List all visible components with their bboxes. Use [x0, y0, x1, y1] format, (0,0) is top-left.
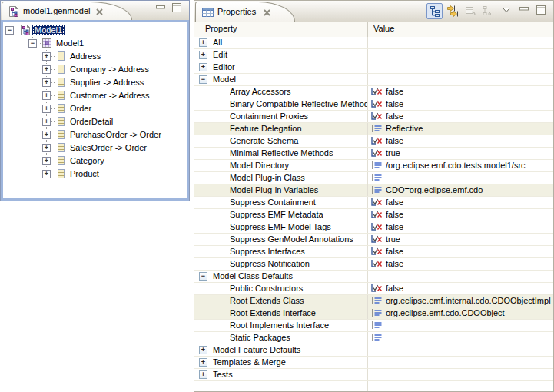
property-row[interactable]: Root Extends Interfaceorg.eclipse.emf.cd…: [194, 307, 553, 320]
expander-icon[interactable]: −: [199, 272, 207, 281]
property-value-cell[interactable]: [367, 271, 553, 282]
editor-tab-model1-genmodel[interactable]: model1.genmodel: [2, 2, 132, 20]
property-row[interactable]: Binary Compatible Reflective Methodsfals…: [194, 98, 553, 111]
property-value-cell[interactable]: false: [367, 135, 553, 147]
property-value-cell[interactable]: [367, 332, 553, 344]
property-category-row[interactable]: +Editor: [194, 61, 553, 74]
property-value-cell[interactable]: org.eclipse.emf.cdo.CDOObject: [367, 307, 553, 319]
show-categories-button[interactable]: [426, 3, 443, 19]
property-row[interactable]: Suppress EMF Metadatafalse: [194, 209, 553, 221]
column-divider[interactable]: [367, 22, 368, 37]
expander-icon[interactable]: +: [42, 65, 51, 74]
property-value-cell[interactable]: Reflective: [367, 123, 553, 135]
property-value-cell[interactable]: [367, 172, 553, 184]
show-advanced-properties-button[interactable]: [444, 3, 460, 19]
close-icon[interactable]: [95, 8, 104, 16]
property-row[interactable]: Public Constructorsfalse: [194, 283, 553, 295]
expander-icon[interactable]: +: [199, 51, 207, 59]
property-value-cell[interactable]: true: [367, 148, 553, 159]
property-category-row[interactable]: +Tests: [194, 369, 553, 381]
expander-icon[interactable]: +: [42, 52, 51, 61]
tree-item[interactable]: +Company -> Address: [3, 63, 187, 76]
property-value-cell[interactable]: [367, 357, 553, 368]
property-row[interactable]: Root Implements Interface: [194, 320, 553, 332]
property-category-row[interactable]: +Model Feature Defaults: [194, 344, 553, 357]
property-row[interactable]: Suppress GenModel Annotationstrue: [194, 234, 553, 246]
expander-icon[interactable]: +: [199, 38, 207, 47]
expander-icon[interactable]: +: [199, 358, 207, 367]
property-value-cell[interactable]: [367, 37, 553, 48]
expander-icon[interactable]: −: [199, 75, 207, 84]
property-row[interactable]: Suppress Interfacesfalse: [194, 246, 553, 258]
expander-icon[interactable]: +: [42, 105, 51, 113]
property-value-cell[interactable]: [367, 49, 553, 61]
expander-icon[interactable]: −: [28, 39, 37, 48]
tab-properties[interactable]: Properties: [195, 2, 295, 22]
property-value-cell[interactable]: true: [367, 234, 553, 245]
property-value-cell[interactable]: false: [367, 209, 553, 221]
property-value-cell[interactable]: /org.eclipse.emf.cdo.tests.model1/src: [367, 160, 553, 171]
property-value-cell[interactable]: false: [367, 111, 553, 122]
minimize-icon[interactable]: [156, 5, 166, 15]
property-category-row[interactable]: −Model: [194, 74, 553, 86]
view-menu-icon[interactable]: [500, 3, 513, 19]
property-value-cell[interactable]: org.eclipse.emf.internal.cdo.CDOObjectIm…: [367, 295, 553, 307]
expander-icon[interactable]: +: [42, 170, 51, 178]
property-row[interactable]: Model Plug-in VariablesCDO=org.eclipse.e…: [194, 184, 553, 197]
minimize-icon[interactable]: [518, 3, 530, 19]
property-value-cell[interactable]: [367, 74, 553, 85]
expander-icon[interactable]: +: [199, 63, 207, 71]
tree-item[interactable]: +Order: [3, 102, 187, 115]
expander-icon[interactable]: +: [199, 346, 207, 354]
property-row[interactable]: Model Plug-in Class: [194, 172, 553, 184]
property-value-cell[interactable]: [367, 344, 553, 356]
column-header-value[interactable]: Value: [373, 24, 394, 33]
property-value-cell[interactable]: false: [367, 283, 553, 294]
property-value-cell[interactable]: false: [367, 98, 553, 110]
expander-icon[interactable]: +: [42, 131, 51, 139]
property-row[interactable]: Suppress Containmentfalse: [194, 197, 553, 209]
property-value-cell[interactable]: false: [367, 221, 553, 233]
tree-item[interactable]: +Address: [3, 50, 187, 63]
tree-item[interactable]: +PurchaseOrder -> Order: [3, 128, 187, 141]
property-value-cell[interactable]: [367, 320, 553, 331]
property-category-row[interactable]: +Templates & Merge: [194, 357, 553, 369]
expander-icon[interactable]: +: [42, 78, 51, 87]
expander-icon[interactable]: +: [42, 144, 51, 152]
property-row[interactable]: Suppress Notificationfalse: [194, 258, 553, 271]
property-value-cell[interactable]: [367, 369, 553, 380]
property-row[interactable]: Generate Schemafalse: [194, 135, 553, 148]
close-icon[interactable]: [263, 8, 271, 17]
property-row[interactable]: Containment Proxiesfalse: [194, 111, 553, 123]
property-row[interactable]: Array Accessorsfalse: [194, 86, 553, 98]
property-row[interactable]: Static Packages: [194, 332, 553, 344]
expander-icon[interactable]: +: [199, 370, 207, 379]
tree-item[interactable]: +Supplier -> Address: [3, 76, 187, 89]
column-header-property[interactable]: Property: [205, 24, 237, 33]
tree-item[interactable]: +OrderDetail: [3, 115, 187, 128]
property-value-cell[interactable]: false: [367, 86, 553, 98]
maximize-icon[interactable]: [535, 3, 547, 19]
property-value-cell[interactable]: false: [367, 258, 553, 270]
tree-item[interactable]: −Model1: [3, 37, 187, 50]
expander-icon[interactable]: +: [42, 91, 51, 100]
tree-item[interactable]: +Product: [3, 168, 187, 181]
property-row[interactable]: Model Directory/org.eclipse.emf.cdo.test…: [194, 160, 553, 172]
tree-item[interactable]: +SalesOrder -> Order: [3, 141, 187, 154]
property-category-row[interactable]: −Model Class Defaults: [194, 271, 553, 283]
property-row[interactable]: Suppress EMF Model Tagsfalse: [194, 221, 553, 234]
expander-icon[interactable]: +: [42, 118, 51, 126]
property-value-cell[interactable]: CDO=org.eclipse.emf.cdo: [367, 184, 553, 196]
property-value-cell[interactable]: [367, 61, 553, 73]
property-category-row[interactable]: +All: [194, 37, 553, 49]
property-row[interactable]: Root Extends Classorg.eclipse.emf.intern…: [194, 295, 553, 307]
expander-icon[interactable]: −: [5, 26, 14, 35]
property-value-cell[interactable]: false: [367, 197, 553, 208]
expander-icon[interactable]: +: [42, 157, 51, 165]
maximize-icon[interactable]: [172, 3, 182, 13]
property-row[interactable]: Minimal Reflective Methodstrue: [194, 148, 553, 160]
property-category-row[interactable]: +Edit: [194, 49, 553, 61]
property-value-cell[interactable]: false: [367, 246, 553, 257]
property-row[interactable]: Feature DelegationReflective: [194, 123, 553, 135]
tree-item[interactable]: −Model1: [3, 24, 187, 37]
